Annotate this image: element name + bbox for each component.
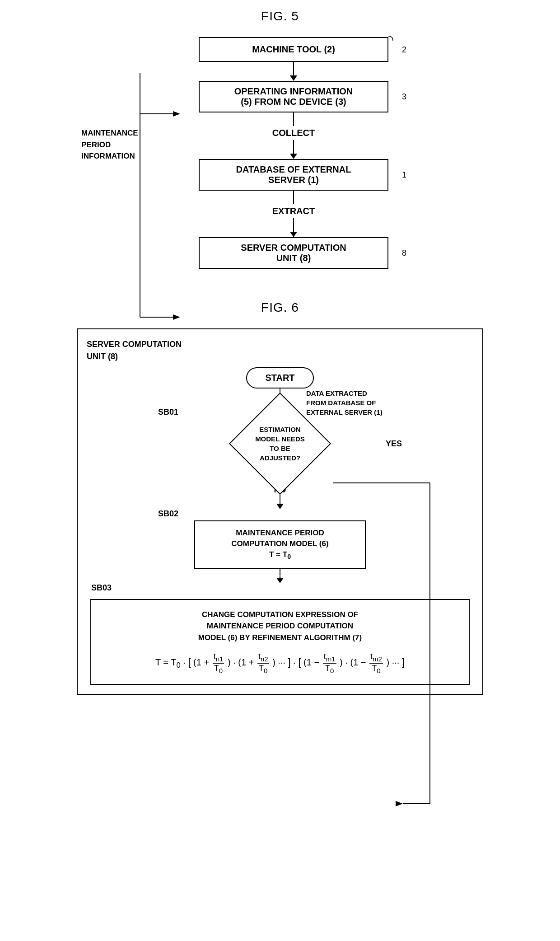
diamond-container: ESTIMATIONMODEL NEEDS TO BEADJUSTED? [230,403,330,484]
ref-8: 8 [402,248,406,258]
fig6-flow: START DATA EXTRACTEDFROM DATABASE OFEXTE… [87,367,473,685]
sb02-section: SB02 MAINTENANCE PERIODCOMPUTATION MODEL… [145,509,415,569]
arrow-1 [290,62,297,81]
sb03-label: SB03 [91,583,112,593]
sb03-text: CHANGE COMPUTATION EXPRESSION OF MAINTEN… [100,609,460,644]
extract-section: EXTRACT [272,191,315,237]
collect-section: COLLECT [272,112,315,159]
sb02-label: SB02 [158,509,178,519]
operating-info-box: OPERATING INFORMATION(5) FROM NC DEVICE … [199,81,388,112]
collect-label: COLLECT [272,128,315,138]
arrow-sb02-sb03 [276,569,284,583]
ref-1: 1 [402,170,406,180]
server-unit-label: SERVER COMPUTATIONUNIT (8) [87,338,473,363]
fig5-connector-svg [77,37,167,269]
database-box: DATABASE OF EXTERNALSERVER (1) [199,159,388,191]
sb01-section: SB01 ESTIMATIONMODEL NEEDS TO BEADJUSTED… [145,403,415,495]
yes-label: YES [386,439,402,449]
sb02-box: MAINTENANCE PERIODCOMPUTATION MODEL (6)T… [194,520,366,569]
page-container: FIG. 5 MAINTENANCEPERIODINFORMATION MACH… [9,9,551,713]
fig6-title: FIG. 6 [261,300,299,315]
start-oval: START [246,367,313,389]
sb01-label: SB01 [158,407,178,417]
ref2-bracket [386,36,411,63]
fig5-title: FIG. 5 [261,9,299,23]
extract-label: EXTRACT [272,206,315,216]
fig6-outer-box: SERVER COMPUTATIONUNIT (8) START DATA EX… [77,328,483,695]
sb03-box: CHANGE COMPUTATION EXPRESSION OF MAINTEN… [90,599,470,685]
arrow-no [276,495,284,509]
ref-3: 3 [402,92,406,102]
formula: T = T0 · [ (1 + tn1 T0 ) · (1 + tn2 T0 ) [100,650,460,675]
diamond-text: ESTIMATIONMODEL NEEDS TO BEADJUSTED? [251,425,309,463]
machine-tool-box: MACHINE TOOL (2) [199,37,388,62]
server-unit-box: SERVER COMPUTATIONUNIT (8) [199,237,388,269]
